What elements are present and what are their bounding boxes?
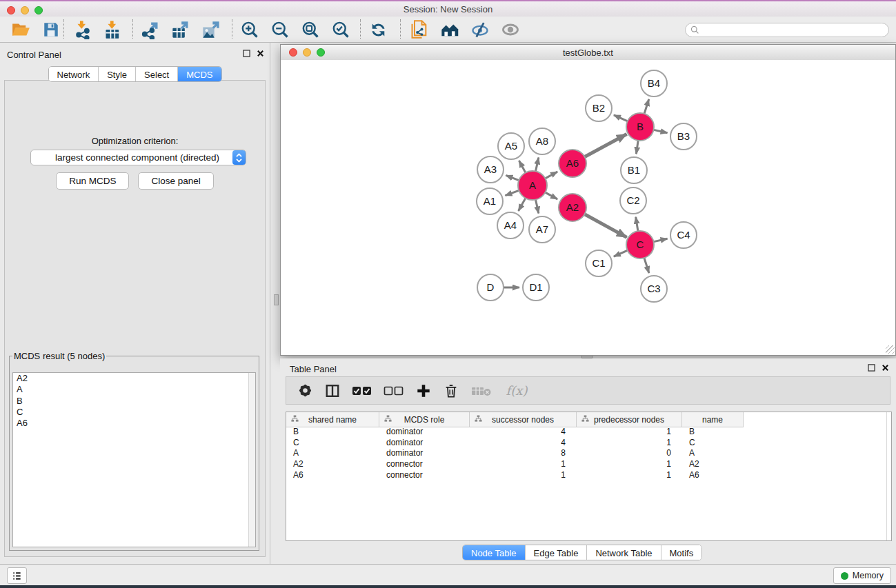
table-tab-network-table[interactable]: Network Table	[586, 545, 660, 560]
table-row[interactable]: Bdominator41B	[286, 427, 891, 438]
table-row[interactable]: A2connector11A2	[286, 459, 891, 470]
export-table-button[interactable]	[168, 18, 193, 41]
graph-node-B3[interactable]: B3	[670, 123, 697, 150]
graph-node-A3[interactable]: A3	[477, 156, 504, 183]
tab-mcds[interactable]: MCDS	[177, 67, 221, 81]
network-graph[interactable]: B4B2BB3A5A8A6B1A3AA1C2A2A4A7CC4C1C3DD1	[281, 60, 895, 355]
graph-edge-C-C1[interactable]	[614, 250, 629, 256]
graph-edge-A-A3[interactable]	[506, 175, 520, 181]
mcds-result-item[interactable]: A	[13, 384, 255, 395]
graph-edge-A-A7[interactable]	[535, 199, 539, 214]
select-all-button[interactable]	[351, 382, 373, 400]
zoom-in-button[interactable]	[237, 18, 262, 41]
float-table-panel-icon[interactable]	[868, 364, 875, 372]
graph-edge-A-A5[interactable]	[519, 161, 526, 174]
clone-network-button[interactable]	[407, 18, 432, 41]
show-column-button[interactable]	[323, 382, 341, 400]
graph-edge-B-B3[interactable]	[653, 130, 668, 133]
first-neighbors-button[interactable]	[437, 18, 462, 41]
column-header-successor-nodes[interactable]: successor nodes	[470, 412, 577, 427]
column-header-predecessor-nodes[interactable]: predecessor nodes	[577, 412, 682, 427]
table-tab-node-table[interactable]: Node Table	[463, 545, 525, 560]
graph-edge-A-A1[interactable]	[506, 190, 521, 196]
graph-node-D1[interactable]: D1	[523, 274, 549, 301]
mcds-result-item[interactable]: B	[13, 396, 255, 407]
tab-network[interactable]: Network	[48, 67, 98, 81]
refresh-button[interactable]	[366, 18, 390, 41]
import-table-button[interactable]	[101, 18, 126, 41]
criterion-dropdown[interactable]: largest connected component (directed)	[30, 150, 246, 165]
column-header-shared-name[interactable]: shared name	[286, 412, 379, 427]
tab-select[interactable]: Select	[135, 67, 177, 81]
graph-node-C3[interactable]: C3	[641, 276, 667, 302]
list-scrollbar[interactable]	[248, 373, 255, 547]
graph-edge-C-C3[interactable]	[644, 256, 648, 273]
open-session-button[interactable]	[8, 18, 33, 41]
task-history-button[interactable]	[7, 567, 27, 584]
float-panel-icon[interactable]	[243, 50, 250, 57]
graph-node-C2[interactable]: C2	[620, 187, 646, 214]
network-window-titlebar[interactable]: testGlobe.txt	[281, 45, 895, 61]
export-network-button[interactable]	[138, 18, 163, 41]
window-resize-grip[interactable]	[886, 345, 895, 354]
memory-button[interactable]: Memory	[833, 567, 891, 584]
graph-node-B[interactable]: B	[626, 113, 654, 141]
graph-edge-A-A2[interactable]	[544, 192, 557, 199]
export-image-button[interactable]	[199, 18, 223, 41]
table-row[interactable]: A6connector11A6	[286, 470, 891, 481]
graph-edge-A-A8[interactable]	[535, 157, 539, 172]
column-header-name[interactable]: name	[682, 412, 744, 427]
table-scrollbar[interactable]	[886, 412, 887, 540]
graph-node-C4[interactable]: C4	[670, 222, 697, 248]
graph-edge-A2-C[interactable]	[584, 214, 627, 238]
graph-node-B4[interactable]: B4	[641, 70, 667, 97]
tab-style[interactable]: Style	[98, 67, 135, 81]
graph-node-A6[interactable]: A6	[559, 150, 586, 177]
close-table-panel-icon[interactable]	[882, 364, 889, 372]
close-panel-icon[interactable]	[257, 50, 264, 57]
show-hidden-button[interactable]	[498, 18, 523, 41]
graph-edge-C-C2[interactable]	[636, 217, 639, 233]
table-row[interactable]: Adominator80A	[286, 448, 891, 459]
graph-node-B1[interactable]: B1	[621, 157, 647, 183]
graph-node-A1[interactable]: A1	[477, 188, 503, 214]
graph-node-D[interactable]: D	[477, 274, 504, 301]
mcds-result-item[interactable]: C	[13, 407, 255, 418]
graph-edge-B-B1[interactable]	[636, 139, 638, 154]
graph-edge-A6-B[interactable]	[584, 134, 627, 157]
splitpane-handle-vertical[interactable]	[274, 294, 279, 305]
graph-edge-B-B4[interactable]	[644, 99, 648, 115]
graph-edge-A-A4[interactable]	[519, 197, 526, 211]
table-tab-edge-table[interactable]: Edge Table	[525, 545, 587, 560]
search-field[interactable]	[685, 23, 889, 37]
hide-selected-button[interactable]	[468, 18, 492, 41]
table-tab-motifs[interactable]: Motifs	[661, 545, 702, 560]
run-mcds-button[interactable]: Run MCDS	[56, 172, 129, 190]
graph-node-A[interactable]: A	[518, 171, 547, 200]
graph-node-A5[interactable]: A5	[498, 133, 524, 159]
delete-column-button[interactable]	[442, 382, 460, 400]
save-session-button[interactable]	[39, 18, 63, 41]
graph-node-C1[interactable]: C1	[586, 250, 612, 276]
graph-node-A7[interactable]: A7	[529, 216, 555, 243]
graph-edge-A-A6[interactable]	[544, 172, 557, 179]
zoom-out-button[interactable]	[268, 18, 292, 41]
create-column-button[interactable]	[415, 382, 432, 400]
search-input[interactable]	[702, 25, 888, 36]
zoom-fit-button[interactable]	[298, 18, 323, 41]
graph-node-A4[interactable]: A4	[497, 212, 524, 239]
column-header-MCDS-role[interactable]: MCDS role	[379, 412, 470, 427]
graph-node-A8[interactable]: A8	[529, 128, 555, 154]
graph-node-A2[interactable]: A2	[559, 194, 586, 221]
import-network-button[interactable]	[70, 18, 95, 41]
close-panel-button[interactable]: Close panel	[138, 172, 213, 190]
table-row[interactable]: Cdominator41C	[286, 438, 891, 449]
mcds-result-list[interactable]: A2ABCA6	[12, 372, 256, 547]
table-options-button[interactable]	[296, 382, 314, 400]
mcds-result-item[interactable]: A2	[13, 373, 255, 384]
zoom-selected-button[interactable]	[328, 18, 353, 41]
node-table[interactable]: shared nameMCDS rolesuccessor nodesprede…	[286, 412, 892, 541]
deselect-all-button[interactable]	[383, 382, 405, 400]
mcds-result-item[interactable]: A6	[13, 418, 255, 429]
graph-node-B2[interactable]: B2	[586, 95, 612, 121]
